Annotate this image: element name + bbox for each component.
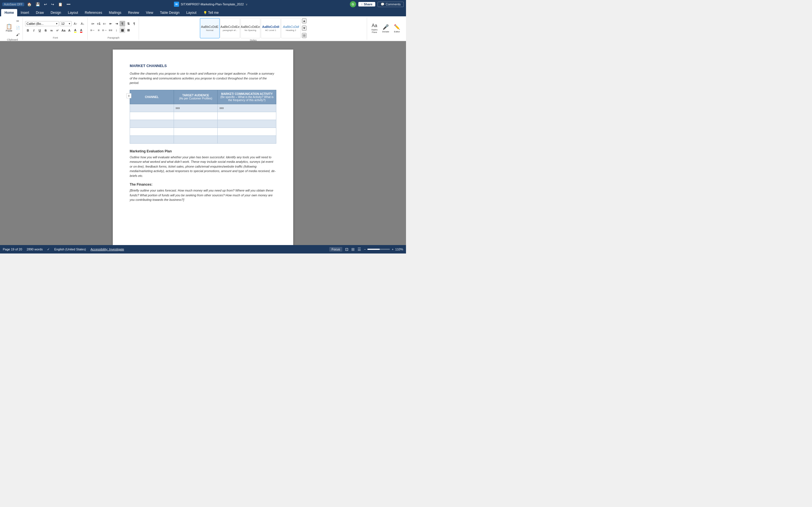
underline-button[interactable]: U [37, 27, 43, 33]
home-icon[interactable]: 🏠 [26, 2, 33, 7]
cell-channel-3[interactable] [130, 120, 174, 128]
comments-icon: 💬 [380, 3, 385, 6]
change-case-button[interactable]: Aa [61, 27, 66, 33]
tab-view[interactable]: View [143, 9, 157, 16]
ribbon: 📋 Paste ✂ 📄 🖌 Clipboard Calibri (Bo... ▾… [0, 16, 406, 41]
spell-check-icon[interactable]: ✓ [47, 247, 50, 251]
tab-review[interactable]: Review [124, 9, 142, 16]
table-row [130, 112, 276, 120]
font-name-selector[interactable]: Calibri (Bo... ▾ [25, 21, 59, 26]
borders-button[interactable]: ⊞ [125, 27, 131, 33]
style-normal[interactable]: AaBbCcDdE Normal [200, 18, 220, 38]
outline-icon[interactable]: ☰ [357, 247, 361, 251]
align-left-button[interactable]: ≡← [90, 27, 96, 33]
cell-target-3[interactable] [174, 120, 218, 128]
focus-button[interactable]: Focus [329, 247, 342, 251]
cell-channel-1[interactable] [130, 104, 174, 112]
tab-references[interactable]: References [82, 9, 105, 16]
cell-target-2[interactable] [174, 112, 218, 120]
print-layout-icon[interactable]: ⊡ [345, 247, 349, 251]
cut-button[interactable]: ✂ [15, 18, 21, 24]
cell-target-1[interactable]: xxx [174, 104, 218, 112]
web-layout-icon[interactable]: ⊞ [351, 247, 355, 251]
bold-button[interactable]: B [25, 27, 31, 33]
bullet-list-button[interactable]: ≡• [90, 21, 96, 26]
present-icon[interactable]: 📋 [57, 2, 64, 7]
styles-more[interactable]: ⊞ [302, 33, 306, 38]
normal-label: Normal [206, 29, 213, 32]
styles-pane-button[interactable]: Aa StylesPane [369, 22, 379, 34]
align-right-button[interactable]: ≡→ [102, 27, 107, 33]
share-button[interactable]: ↑ Share [358, 2, 375, 6]
redo-icon[interactable]: ↪ [50, 2, 55, 7]
superscript-button[interactable]: x² [55, 27, 60, 33]
tab-mailings[interactable]: Mailings [105, 9, 124, 16]
cell-activity-3[interactable] [218, 120, 276, 128]
table-add-row-button[interactable]: + [126, 93, 132, 98]
normal-preview: AaBbCcDdE [201, 25, 218, 29]
style-heading2[interactable]: AaBbCcDdl Heading 2 [281, 18, 301, 38]
dictate-button[interactable]: 🎤 Dictate [380, 23, 391, 34]
tab-layout[interactable]: Layout [64, 9, 82, 16]
clear-format-button[interactable]: A [66, 27, 72, 33]
status-bar: Page 19 of 20 2890 words ✓ English (Unit… [0, 245, 406, 253]
numbered-list-button[interactable]: ≡1 [96, 21, 101, 26]
decrease-indent-button[interactable]: ⇤ [108, 21, 113, 26]
cell-activity-2[interactable] [218, 112, 276, 120]
align-center-button[interactable]: ≡ [96, 27, 101, 33]
eval-heading: Marketing Evaluation Plan [130, 149, 276, 153]
cell-activity-1[interactable]: xxx [218, 104, 276, 112]
tab-layout2[interactable]: Layout [183, 9, 200, 16]
increase-indent-button[interactable]: ⇥ [114, 21, 119, 26]
styles-scroll-up[interactable]: ▲ [302, 18, 306, 23]
tab-tell-me[interactable]: 💡Tell me [200, 9, 222, 16]
undo-icon[interactable]: ↩ [43, 2, 48, 7]
style-ac-level1[interactable]: AaBbCcDdl AC Level 1 [261, 18, 281, 38]
cell-channel-4[interactable] [130, 128, 174, 135]
tab-table-design[interactable]: Table Design [156, 9, 183, 16]
line-spacing-button[interactable]: ↕ [114, 27, 119, 33]
format-painter-button[interactable]: 🖌 [15, 32, 21, 38]
editor-button[interactable]: ✏️ Editor [392, 23, 402, 34]
autosave-badge[interactable]: AutoSave OFF [2, 3, 24, 6]
cell-channel-5[interactable] [130, 135, 174, 144]
cell-target-5[interactable] [174, 135, 218, 144]
justify-button[interactable]: ≡≡ [108, 27, 113, 33]
pilcrow-button[interactable]: ¶ [132, 21, 137, 26]
tab-insert[interactable]: Insert [17, 9, 33, 16]
show-hide-button[interactable]: ¶ [119, 21, 125, 26]
paste-button[interactable]: 📋 Paste [4, 23, 14, 33]
copy-button[interactable]: 📄 [15, 25, 21, 31]
strikethrough-button[interactable]: S [43, 27, 49, 33]
tab-home[interactable]: Home [1, 9, 17, 16]
styles-scroll-down[interactable]: ▼ [302, 25, 306, 31]
text-highlight-button[interactable]: A [72, 27, 78, 33]
italic-button[interactable]: I [31, 27, 37, 33]
cell-activity-5[interactable] [218, 135, 276, 144]
style-no-spacing[interactable]: AaBbCcDdEe No Spacing [241, 18, 260, 38]
cell-activity-4[interactable] [218, 128, 276, 135]
save-icon[interactable]: 💾 [35, 2, 41, 7]
tab-draw[interactable]: Draw [33, 9, 47, 16]
font-color-button[interactable]: A [79, 27, 84, 33]
font-size-selector[interactable]: 12 ▾ [60, 21, 71, 26]
editor-label: Editor [394, 31, 400, 33]
sort-button[interactable]: ⇅ [125, 21, 131, 26]
tab-design[interactable]: Design [47, 9, 64, 16]
cell-target-4[interactable] [174, 128, 218, 135]
shading-button[interactable]: ▦ [119, 27, 125, 33]
zoom-out-button[interactable]: − [364, 247, 366, 251]
zoom-in-button[interactable]: + [392, 247, 393, 251]
more-icon[interactable]: ••• [65, 2, 71, 7]
comments-button[interactable]: 💬 Comments [377, 2, 404, 7]
subscript-button[interactable]: x₂ [49, 27, 54, 33]
cell-channel-2[interactable] [130, 112, 174, 120]
ribbon-tabs: Home Insert Draw Design Layout Reference… [0, 8, 406, 16]
style-paragraph-after[interactable]: AaBbCcDdEe paragraph af... [220, 18, 240, 38]
increase-font-button[interactable]: A↑ [72, 20, 79, 27]
document-page[interactable]: + MARKET CHANNELS Outline the channels y… [113, 50, 293, 245]
multilevel-list-button[interactable]: ≡↑ [102, 21, 107, 26]
accessibility[interactable]: Accessibility: Investigate [91, 247, 124, 251]
decrease-font-button[interactable]: A↓ [80, 20, 86, 27]
zoom-control: − + 110% [364, 247, 403, 251]
